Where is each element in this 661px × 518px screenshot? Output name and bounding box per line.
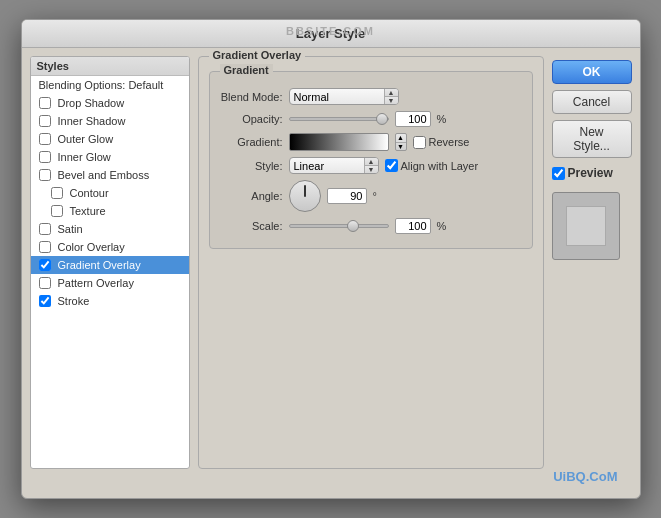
style-down-arrow[interactable]: ▼: [365, 166, 378, 173]
align-layer-label[interactable]: Align with Layer: [385, 159, 479, 172]
pattern-overlay-label: Pattern Overlay: [58, 277, 134, 289]
blend-mode-arrows: ▲ ▼: [384, 89, 398, 104]
stroke-label: Stroke: [58, 295, 90, 307]
left-panel-header: Styles: [31, 57, 189, 76]
blend-mode-label: Blend Mode:: [218, 91, 283, 103]
title-bar: BBSITE.COM Layer Style: [22, 20, 640, 48]
bevel-emboss-label: Bevel and Emboss: [58, 169, 150, 181]
gradient-label: Gradient:: [218, 136, 283, 148]
gradient-overlay-section: Gradient Overlay Gradient Blend Mode: No…: [198, 56, 544, 469]
reverse-checkbox[interactable]: [413, 136, 426, 149]
gradient-arrows[interactable]: ▲ ▼: [395, 133, 407, 151]
site-watermark-top: BBSITE.COM: [286, 25, 375, 37]
inner-glow-checkbox[interactable]: [39, 151, 51, 163]
inner-section-title: Gradient: [220, 64, 273, 76]
reverse-checkbox-label[interactable]: Reverse: [413, 136, 470, 149]
sidebar-item-gradient-overlay[interactable]: Gradient Overlay: [31, 256, 189, 274]
inner-shadow-checkbox[interactable]: [39, 115, 51, 127]
right-panel: OK Cancel New Style... Preview: [552, 56, 632, 469]
contour-label: Contour: [70, 187, 109, 199]
opacity-row: Opacity: %: [218, 111, 524, 127]
texture-checkbox[interactable]: [51, 205, 63, 217]
preview-text: Preview: [568, 166, 613, 180]
blending-options-label: Blending Options: Default: [39, 79, 164, 91]
sidebar-item-pattern-overlay[interactable]: Pattern Overlay: [31, 274, 189, 292]
preview-label[interactable]: Preview: [552, 166, 632, 180]
angle-label: Angle:: [218, 190, 283, 202]
inner-shadow-label: Inner Shadow: [58, 115, 126, 127]
dialog-body: Styles Blending Options: Default Drop Sh…: [22, 48, 640, 477]
watermark: UiBQ.CoM: [21, 467, 628, 488]
align-layer-checkbox[interactable]: [385, 159, 398, 172]
blend-mode-up-arrow[interactable]: ▲: [385, 89, 398, 97]
preview-checkbox[interactable]: [552, 167, 565, 180]
scale-label: Scale:: [218, 220, 283, 232]
gradient-inner-section: Gradient Blend Mode: Normal Dissolve Mul…: [209, 71, 533, 249]
sidebar-item-inner-shadow[interactable]: Inner Shadow: [31, 112, 189, 130]
sidebar-item-inner-glow[interactable]: Inner Glow: [31, 148, 189, 166]
gradient-down-arrow[interactable]: ▼: [396, 142, 406, 151]
drop-shadow-checkbox[interactable]: [39, 97, 51, 109]
scale-row: Scale: %: [218, 218, 524, 234]
outer-glow-checkbox[interactable]: [39, 133, 51, 145]
sidebar-item-drop-shadow[interactable]: Drop Shadow: [31, 94, 189, 112]
pattern-overlay-checkbox[interactable]: [39, 277, 51, 289]
blend-mode-select[interactable]: Normal Dissolve Multiply Screen Overlay: [290, 90, 384, 104]
angle-degree: °: [373, 190, 377, 202]
outer-glow-label: Outer Glow: [58, 133, 114, 145]
outer-section-title: Gradient Overlay: [209, 49, 306, 61]
sidebar-item-contour[interactable]: Contour: [31, 184, 189, 202]
opacity-input[interactable]: [395, 111, 431, 127]
style-row: Style: Linear Radial Angle Reflected Dia…: [218, 157, 524, 174]
texture-label: Texture: [70, 205, 106, 217]
layer-style-dialog: BBSITE.COM Layer Style Styles Blending O…: [21, 19, 641, 499]
sidebar-item-bevel-emboss[interactable]: Bevel and Emboss: [31, 166, 189, 184]
stroke-checkbox[interactable]: [39, 295, 51, 307]
gradient-up-arrow[interactable]: ▲: [396, 134, 406, 142]
ok-button[interactable]: OK: [552, 60, 632, 84]
preview-inner: [566, 206, 606, 246]
drop-shadow-label: Drop Shadow: [58, 97, 125, 109]
bevel-emboss-checkbox[interactable]: [39, 169, 51, 181]
blend-mode-row: Blend Mode: Normal Dissolve Multiply Scr…: [218, 88, 524, 105]
contour-checkbox[interactable]: [51, 187, 63, 199]
middle-panel: Gradient Overlay Gradient Blend Mode: No…: [198, 56, 544, 469]
sidebar-item-color-overlay[interactable]: Color Overlay: [31, 238, 189, 256]
scale-percent: %: [437, 220, 447, 232]
color-overlay-checkbox[interactable]: [39, 241, 51, 253]
sidebar-item-texture[interactable]: Texture: [31, 202, 189, 220]
color-overlay-label: Color Overlay: [58, 241, 125, 253]
new-style-button[interactable]: New Style...: [552, 120, 632, 158]
scale-input[interactable]: [395, 218, 431, 234]
sidebar-item-outer-glow[interactable]: Outer Glow: [31, 130, 189, 148]
sidebar-item-stroke[interactable]: Stroke: [31, 292, 189, 310]
style-up-arrow[interactable]: ▲: [365, 158, 378, 166]
scale-slider[interactable]: [289, 224, 389, 228]
blend-mode-select-wrapper[interactable]: Normal Dissolve Multiply Screen Overlay …: [289, 88, 399, 105]
gradient-row: Gradient: ▲ ▼ Reverse: [218, 133, 524, 151]
blend-mode-down-arrow[interactable]: ▼: [385, 97, 398, 104]
align-layer-text: Align with Layer: [401, 160, 479, 172]
satin-checkbox[interactable]: [39, 223, 51, 235]
gradient-overlay-label: Gradient Overlay: [58, 259, 141, 271]
left-panel: Styles Blending Options: Default Drop Sh…: [30, 56, 190, 469]
gradient-preview[interactable]: [289, 133, 389, 151]
opacity-label: Opacity:: [218, 113, 283, 125]
angle-input[interactable]: [327, 188, 367, 204]
cancel-button[interactable]: Cancel: [552, 90, 632, 114]
angle-knob[interactable]: [289, 180, 321, 212]
style-arrows: ▲ ▼: [364, 158, 378, 173]
style-select-wrapper[interactable]: Linear Radial Angle Reflected Diamond ▲ …: [289, 157, 379, 174]
inner-glow-label: Inner Glow: [58, 151, 111, 163]
reverse-label: Reverse: [429, 136, 470, 148]
opacity-percent: %: [437, 113, 447, 125]
style-label: Style:: [218, 160, 283, 172]
sidebar-item-satin[interactable]: Satin: [31, 220, 189, 238]
sidebar-item-blending-options[interactable]: Blending Options: Default: [31, 76, 189, 94]
opacity-slider[interactable]: [289, 117, 389, 121]
satin-label: Satin: [58, 223, 83, 235]
style-select[interactable]: Linear Radial Angle Reflected Diamond: [290, 159, 364, 173]
preview-box: [552, 192, 620, 260]
gradient-overlay-checkbox[interactable]: [39, 259, 51, 271]
angle-row: Angle: °: [218, 180, 524, 212]
